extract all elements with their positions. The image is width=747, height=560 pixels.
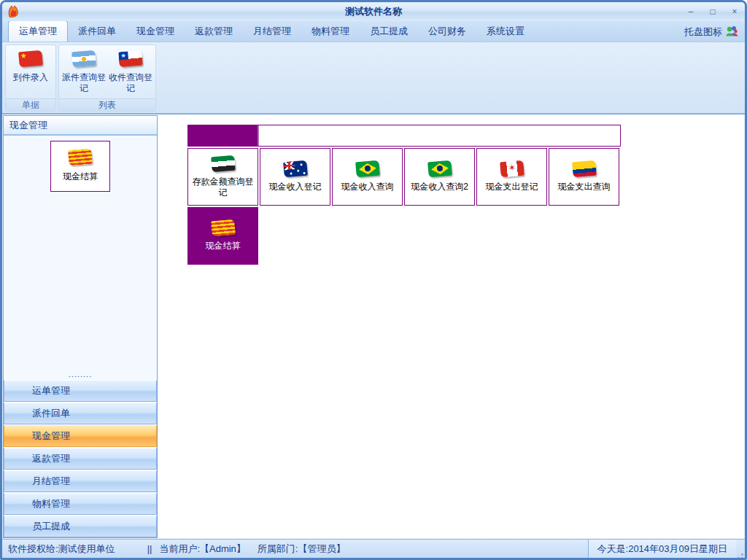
button-label: 现金收入登记: [269, 182, 322, 192]
sidebar-item-waybill-mgmt[interactable]: 运单管理: [4, 380, 157, 402]
function-button-row-2: 现金结算: [187, 207, 621, 265]
ribbon-button-receive-query[interactable]: 收件查询登记: [108, 48, 153, 98]
sidebar-item-staff-commission[interactable]: 员工提成: [4, 516, 157, 537]
app-window: 测试软件名称 – □ × 运单管理 派件回单 现金管理 返款管理 月结管理 物料…: [0, 0, 747, 560]
tab-cash-mgmt[interactable]: 现金管理: [126, 21, 185, 42]
ribbon-button-dispatch-query[interactable]: 派件查询登记: [61, 48, 107, 98]
tab-company-finance[interactable]: 公司财务: [418, 21, 476, 42]
ribbon: 到件录入 单据 派件查询登记 收件查询登记 列表: [2, 42, 745, 114]
button-label: 现金结算: [206, 241, 241, 252]
sidebar-item-delivery-receipt[interactable]: 派件回单: [4, 402, 157, 424]
resize-grip[interactable]: [736, 540, 745, 558]
status-license: 软件授权给:测试使用单位: [8, 542, 115, 556]
main-selected-tab[interactable]: [188, 125, 259, 146]
sidebar-splitter[interactable]: ........: [4, 373, 157, 379]
sidebar-item-cash-mgmt[interactable]: 现金管理: [4, 425, 157, 447]
sidebar-item-refund-mgmt[interactable]: 返款管理: [4, 448, 157, 470]
sidebar-item-material-mgmt[interactable]: 物料管理: [4, 493, 157, 515]
flag-brazil-icon: [427, 160, 452, 178]
button-cash-settle-selected[interactable]: 现金结算: [187, 207, 258, 265]
sidebar-nav: 运单管理 派件回单 现金管理 返款管理 月结管理 物料管理 员工提成: [4, 379, 157, 537]
button-cash-expense-entry[interactable]: 现金支出登记: [476, 148, 547, 206]
flag-colombia-icon: [572, 160, 597, 178]
button-label: 存款金额查询登记: [190, 176, 256, 198]
ribbon-button-label: 派件查询登记: [61, 72, 107, 94]
status-department: 所属部门:【管理员】: [258, 542, 346, 556]
button-cash-income-query[interactable]: 现金收入查询: [332, 148, 403, 206]
tray-icon-label: 托盘图标: [684, 26, 722, 39]
tab-delivery-receipt[interactable]: 派件回单: [68, 21, 126, 42]
ribbon-button-label: 收件查询登记: [108, 72, 153, 94]
button-label: 现金收入查询: [341, 182, 394, 192]
flag-canada-icon: [500, 160, 525, 178]
flag-argentina-icon: [71, 50, 96, 68]
main-header-strip: [259, 125, 620, 146]
button-cash-income-query2[interactable]: 现金收入查询2: [404, 148, 475, 206]
button-label: 现金支出查询: [558, 182, 611, 192]
sidebar-cash-settle-button[interactable]: 现金结算: [50, 141, 110, 192]
flag-chile-icon: [118, 50, 143, 68]
tab-refund-mgmt[interactable]: 返款管理: [185, 21, 243, 42]
content-area: 现金管理 现金结算 ........ 运单管理 派件回单 现金管理 返款管理 月…: [2, 114, 745, 539]
tab-waybill-mgmt[interactable]: 运单管理: [8, 20, 68, 42]
window-title: 测试软件名称: [2, 5, 745, 18]
ribbon-group-lists: 派件查询登记 收件查询登记 列表: [58, 44, 156, 112]
ribbon-button-arrival-entry[interactable]: 到件录入: [8, 48, 53, 98]
flag-china-icon: [18, 50, 43, 68]
flag-australia-icon: [283, 160, 308, 178]
flag-catalonia-icon: [68, 149, 93, 166]
tab-monthly-mgmt[interactable]: 月结管理: [243, 21, 301, 42]
flag-brazil-icon: [355, 160, 380, 178]
button-label: 现金收入查询2: [411, 182, 468, 192]
button-cash-expense-query[interactable]: 现金支出查询: [549, 148, 619, 206]
status-current-user: 当前用户:【Admin】: [159, 542, 245, 556]
close-button[interactable]: ×: [729, 6, 740, 18]
ribbon-group-documents: 到件录入 单据: [5, 44, 56, 112]
status-bar: 软件授权给:测试使用单位 || 当前用户:【Admin】 所属部门:【管理员】 …: [2, 539, 745, 558]
ribbon-group-label: 单据: [6, 98, 55, 111]
maximize-button[interactable]: □: [707, 6, 719, 18]
tab-staff-commission[interactable]: 员工提成: [360, 21, 418, 42]
function-button-row-1: 存款金额查询登记 现金收入登记 现金收入查询 现金收入查询2 现金支出登记: [187, 148, 621, 206]
flag-catalonia-icon: [211, 219, 236, 237]
ribbon-tab-bar: 运单管理 派件回单 现金管理 返款管理 月结管理 物料管理 员工提成 公司财务 …: [2, 21, 745, 42]
sidebar-tool-area: 现金结算: [4, 136, 157, 373]
sidebar: 现金管理 现金结算 ........ 运单管理 派件回单 现金管理 返款管理 月…: [3, 115, 158, 538]
button-cash-income-entry[interactable]: 现金收入登记: [260, 148, 330, 206]
flag-uae-icon: [211, 155, 236, 172]
sidebar-header: 现金管理: [4, 116, 157, 136]
main-header: [187, 125, 621, 147]
sidebar-item-monthly-mgmt[interactable]: 月结管理: [4, 470, 157, 492]
minimize-button[interactable]: –: [685, 6, 697, 18]
users-icon: [725, 26, 739, 39]
tray-icon-button[interactable]: 托盘图标: [684, 26, 745, 42]
status-date: 今天是:2014年03月09日星期日: [588, 540, 736, 558]
button-deposit-amount-query[interactable]: 存款金额查询登记: [187, 148, 258, 206]
status-separator: ||: [147, 543, 152, 554]
sidebar-tool-label: 现金结算: [63, 171, 98, 183]
ribbon-group-label: 列表: [59, 98, 155, 111]
ribbon-button-label: 到件录入: [13, 72, 48, 83]
main-panel: 存款金额查询登记 现金收入登记 现金收入查询 现金收入查询2 现金支出登记: [158, 115, 744, 538]
title-bar: 测试软件名称 – □ ×: [2, 2, 745, 21]
button-label: 现金支出登记: [486, 182, 538, 192]
tab-material-mgmt[interactable]: 物料管理: [301, 21, 360, 42]
tab-system-settings[interactable]: 系统设置: [476, 21, 535, 42]
